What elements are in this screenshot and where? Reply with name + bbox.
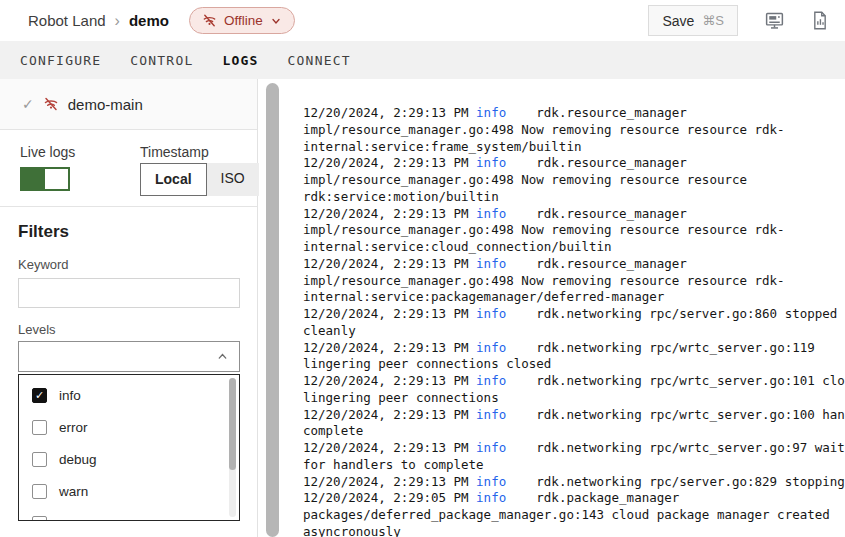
log-message-continuation: rdk:service:motion/builtin xyxy=(303,189,845,206)
log-message-continuation: internal:service:frame_system/builtin xyxy=(303,139,845,156)
log-message: rdk.networking rpc/wrtc_server.go:119 xyxy=(506,340,815,355)
keyword-input[interactable] xyxy=(18,278,240,308)
log-timestamp: 12/20/2024, 2:29:13 PM xyxy=(303,256,476,271)
chevron-up-icon xyxy=(216,350,229,363)
checkbox[interactable] xyxy=(32,420,47,435)
wifi-off-icon xyxy=(43,96,59,112)
breadcrumb-separator: › xyxy=(115,12,120,30)
log-scrollbar-thumb[interactable] xyxy=(266,83,279,537)
logs-sidebar: ✓ demo-main Live logs Timestamp Local IS… xyxy=(0,79,258,537)
log-message-continuation: impl/resource_manager.go:498 Now removin… xyxy=(303,172,845,189)
levels-select[interactable] xyxy=(18,341,240,372)
log-entry: 12/20/2024, 2:29:13 PM info rdk.networki… xyxy=(303,407,845,441)
log-message-continuation: lingering peer connections xyxy=(303,390,845,407)
log-message: rdk.resource_manager xyxy=(506,256,687,271)
log-timestamp: 12/20/2024, 2:29:13 PM xyxy=(303,206,476,221)
log-message: rdk.networking rpc/server.go:860 stopped xyxy=(506,306,837,321)
timestamp-format-switch: Local ISO xyxy=(140,163,259,196)
save-button[interactable]: Save ⌘S xyxy=(648,5,738,36)
log-level-badge: info xyxy=(476,105,506,120)
log-message: rdk.networking rpc/wrtc_server.go:97 wai… xyxy=(506,440,845,455)
save-label: Save xyxy=(662,13,694,29)
chevron-down-icon xyxy=(270,15,282,27)
filters-title: Filters xyxy=(18,222,239,242)
log-timestamp: 12/20/2024, 2:29:13 PM xyxy=(303,155,476,170)
level-option-warn[interactable]: warn xyxy=(19,475,239,507)
level-option-debug[interactable]: debug xyxy=(19,443,239,475)
level-option-info[interactable]: ✓info xyxy=(19,379,239,411)
tab-connect[interactable]: CONNECT xyxy=(288,49,351,72)
level-option[interactable] xyxy=(19,507,239,521)
checkbox[interactable] xyxy=(32,452,47,467)
tab-bar: CONFIGURECONTROLLOGSCONNECT xyxy=(0,41,845,79)
log-level-badge: info xyxy=(476,407,506,422)
log-message-continuation: impl/resource_manager.go:498 Now removin… xyxy=(303,122,845,139)
main-content: ✓ demo-main Live logs Timestamp Local IS… xyxy=(0,79,845,537)
part-name: demo-main xyxy=(68,96,143,113)
timestamp-iso-button[interactable]: ISO xyxy=(207,163,259,196)
monitor-icon[interactable] xyxy=(764,10,785,31)
breadcrumb-machine[interactable]: demo xyxy=(129,12,169,29)
log-entry: 12/20/2024, 2:29:13 PM info rdk.resource… xyxy=(303,206,845,256)
level-option-label: warn xyxy=(59,484,88,499)
log-entry: 12/20/2024, 2:29:13 PM info rdk.networki… xyxy=(303,340,845,374)
part-selector-demo-main[interactable]: ✓ demo-main xyxy=(0,79,257,130)
log-message-continuation: impl/resource_manager.go:498 Now removin… xyxy=(303,273,845,290)
log-level-badge: info xyxy=(476,440,506,455)
document-chart-icon[interactable] xyxy=(811,11,829,30)
level-option-label: info xyxy=(59,388,81,403)
log-entry: 12/20/2024, 2:29:13 PM info rdk.networki… xyxy=(303,440,845,474)
log-level-badge: info xyxy=(476,474,506,489)
dropdown-scrollbar-track xyxy=(229,378,236,517)
log-message-continuation: asyncronously xyxy=(303,524,845,537)
log-timestamp: 12/20/2024, 2:29:13 PM xyxy=(303,440,476,455)
live-logs-toggle[interactable] xyxy=(20,167,70,191)
log-timestamp: 12/20/2024, 2:29:13 PM xyxy=(303,340,476,355)
dropdown-scrollbar-thumb[interactable] xyxy=(229,378,236,470)
log-entry: 12/20/2024, 2:29:13 PM info rdk.networki… xyxy=(303,474,845,491)
tab-logs[interactable]: LOGS xyxy=(222,49,258,72)
filters-section: Filters Keyword Levels ✓infoerrordebugwa… xyxy=(0,207,257,521)
tab-configure[interactable]: CONFIGURE xyxy=(20,49,101,72)
check-icon: ✓ xyxy=(22,96,34,112)
log-level-badge: info xyxy=(476,306,506,321)
top-header: Robot Land › demo Offline Save ⌘S xyxy=(0,0,845,41)
log-timestamp: 12/20/2024, 2:29:05 PM xyxy=(303,490,476,505)
log-message: rdk.resource_manager xyxy=(506,105,687,120)
levels-option-list: ✓infoerrordebugwarn xyxy=(19,375,239,521)
log-entry: 12/20/2024, 2:29:13 PM info rdk.resource… xyxy=(303,256,845,306)
log-message-continuation: impl/resource_manager.go:498 Now removin… xyxy=(303,222,845,239)
log-message: rdk.networking rpc/wrtc_server.go:101 cl… xyxy=(506,373,845,388)
level-option-label: debug xyxy=(59,452,97,467)
log-level-badge: info xyxy=(476,256,506,271)
level-option-label: error xyxy=(59,420,88,435)
status-dropdown[interactable]: Offline xyxy=(189,7,295,34)
log-entry: 12/20/2024, 2:29:13 PM info rdk.resource… xyxy=(303,105,845,155)
level-option-error[interactable]: error xyxy=(19,411,239,443)
checkbox[interactable]: ✓ xyxy=(32,388,47,403)
log-options-section: Live logs Timestamp Local ISO xyxy=(0,130,257,207)
save-shortcut: ⌘S xyxy=(702,13,724,28)
wifi-off-icon xyxy=(202,13,217,28)
log-entry: 12/20/2024, 2:29:13 PM info rdk.resource… xyxy=(303,155,845,205)
checkbox[interactable] xyxy=(32,484,47,499)
log-message-continuation: cleanly xyxy=(303,323,845,340)
log-panel: 12/20/2024, 2:29:13 PM info rdk.resource… xyxy=(303,79,845,537)
checkbox[interactable] xyxy=(32,516,47,522)
log-message-continuation: internal:service:packagemanager/deferred… xyxy=(303,289,845,306)
log-message: rdk.networking rpc/server.go:829 stoppin… xyxy=(506,474,845,489)
status-label: Offline xyxy=(224,13,263,28)
log-message-continuation: lingering peer connections closed xyxy=(303,356,845,373)
keyword-label: Keyword xyxy=(18,257,239,272)
log-message: rdk.package_manager xyxy=(506,490,679,505)
log-level-badge: info xyxy=(476,206,506,221)
tab-control[interactable]: CONTROL xyxy=(130,49,193,72)
log-timestamp: 12/20/2024, 2:29:13 PM xyxy=(303,407,476,422)
breadcrumb-org[interactable]: Robot Land xyxy=(28,12,106,29)
live-logs-label: Live logs xyxy=(20,144,75,160)
timestamp-local-button[interactable]: Local xyxy=(140,163,207,196)
log-message-continuation: internal:service:cloud_connection/builti… xyxy=(303,239,845,256)
log-message-continuation: packages/deferred_package_manager.go:143… xyxy=(303,507,845,524)
log-message-continuation: for handlers to complete xyxy=(303,457,845,474)
log-entry: 12/20/2024, 2:29:13 PM info rdk.networki… xyxy=(303,306,845,340)
